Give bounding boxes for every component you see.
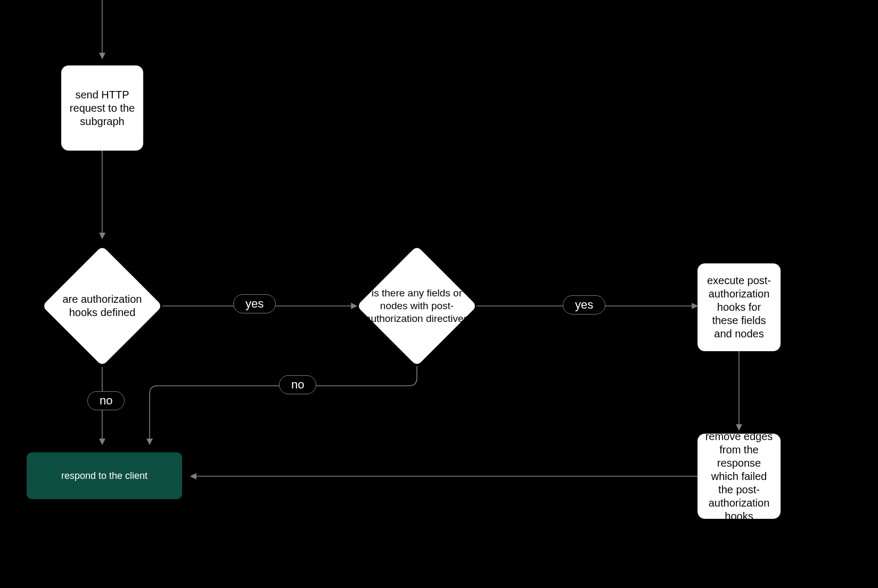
node-label: execute post-authorization hooks for the… — [703, 274, 775, 341]
decision-auth-hooks: are authorization hooks defined — [60, 263, 145, 349]
decision-label: is there any fields or nodes with post-a… — [364, 287, 470, 325]
node-execute-post-auth: execute post-authorization hooks for the… — [698, 263, 781, 351]
node-label: remove edges from the response which fai… — [703, 430, 775, 523]
node-label: send HTTP request to the subgraph — [67, 88, 138, 128]
edge-text: no — [291, 379, 304, 391]
decision-label: are authorization hooks defined — [54, 293, 150, 319]
node-label: respond to the client — [61, 470, 147, 482]
node-respond-client: respond to the client — [27, 452, 182, 499]
edge-text: no — [100, 395, 112, 407]
flowchart-canvas: send HTTP request to the subgraph are au… — [0, 0, 878, 588]
node-send-http: send HTTP request to the subgraph — [61, 65, 143, 151]
edge-text: yes — [575, 299, 593, 311]
edge-label-yes-1: yes — [233, 294, 276, 313]
edge-label-no-2: no — [279, 375, 316, 394]
edge-text: yes — [245, 298, 264, 310]
edge-label-no-1: no — [87, 391, 125, 410]
edge-label-yes-2: yes — [563, 295, 605, 314]
decision-post-auth-fields: is there any fields or nodes with post-a… — [374, 263, 459, 349]
node-remove-edges: remove edges from the response which fai… — [698, 434, 781, 519]
